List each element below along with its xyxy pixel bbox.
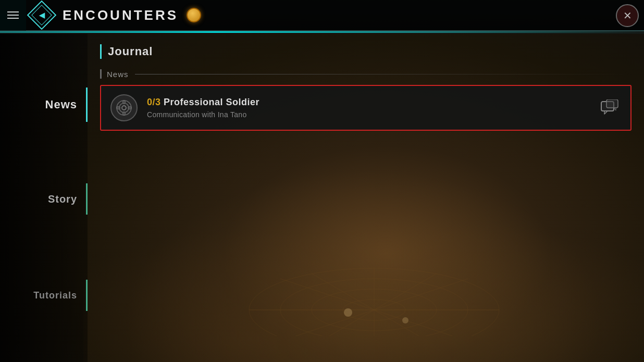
sidebar-news-label: News bbox=[45, 98, 77, 111]
journal-header: Journal bbox=[100, 44, 631, 59]
close-icon: ✕ bbox=[623, 9, 632, 22]
section-title-news: News bbox=[107, 70, 129, 79]
sidebar-item-tutorials[interactable]: Tutorials bbox=[0, 280, 88, 311]
svg-marker-28 bbox=[604, 111, 608, 114]
hamburger-icon bbox=[7, 11, 19, 19]
svg-rect-29 bbox=[606, 99, 618, 108]
header-accent-line bbox=[0, 31, 644, 33]
sidebar-tutorials-label: Tutorials bbox=[33, 290, 77, 301]
quest-count: 0/3 bbox=[147, 97, 161, 107]
quest-target-icon bbox=[115, 99, 133, 117]
section-accent-bar bbox=[100, 69, 102, 79]
section-header-news: News bbox=[100, 69, 631, 79]
quest-info: 0/3 Professional Soldier Communication w… bbox=[147, 97, 592, 119]
journal-title: Journal bbox=[108, 45, 153, 58]
svg-point-26 bbox=[117, 107, 120, 109]
quest-title: 0/3 Professional Soldier bbox=[147, 97, 592, 108]
svg-point-24 bbox=[128, 107, 132, 109]
menu-button[interactable] bbox=[0, 0, 26, 31]
section-divider bbox=[135, 74, 631, 74]
quest-card[interactable]: 0/3 Professional Soldier Communication w… bbox=[100, 85, 631, 131]
svg-point-17 bbox=[119, 103, 129, 113]
main-panel: Journal News bbox=[88, 34, 644, 362]
header-logo[interactable]: ◀ bbox=[26, 0, 57, 31]
close-button[interactable]: ✕ bbox=[616, 4, 639, 27]
sidebar: News Story Tutorials bbox=[0, 34, 88, 362]
back-arrow-icon: ◀ bbox=[39, 11, 45, 19]
header-dot-icon bbox=[187, 8, 201, 22]
sidebar-item-news[interactable]: News bbox=[0, 88, 88, 122]
sidebar-story-label: Story bbox=[48, 193, 77, 205]
page-title: ENCOUNTERS bbox=[63, 7, 178, 23]
header: ◀ ENCOUNTERS ✕ bbox=[0, 0, 644, 31]
quest-message-icon bbox=[598, 96, 621, 119]
svg-point-18 bbox=[122, 106, 126, 110]
quest-subtitle: Communication with Ina Tano bbox=[147, 110, 592, 119]
svg-point-25 bbox=[123, 112, 126, 116]
journal-accent-bar bbox=[100, 44, 102, 59]
svg-point-23 bbox=[123, 101, 126, 104]
sidebar-item-story[interactable]: Story bbox=[0, 183, 88, 215]
quest-icon-circle bbox=[110, 94, 138, 121]
